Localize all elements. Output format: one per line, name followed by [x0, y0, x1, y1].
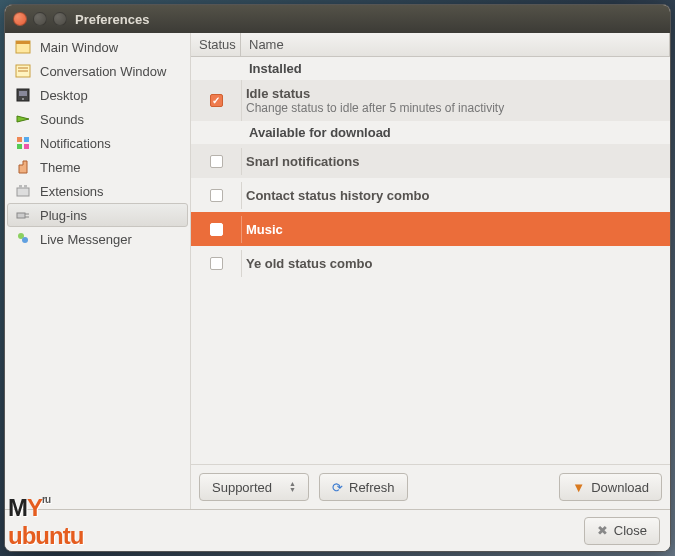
- sidebar-item-conversation[interactable]: Conversation Window: [7, 59, 188, 83]
- svg-rect-13: [17, 188, 29, 196]
- close-button[interactable]: ✖ Close: [584, 517, 660, 545]
- window-title: Preferences: [75, 12, 149, 27]
- sidebar-item-label: Theme: [40, 160, 80, 175]
- plugin-name: Ye old status combo: [246, 256, 666, 271]
- svg-rect-11: [17, 144, 22, 149]
- refresh-label: Refresh: [349, 480, 395, 495]
- plugin-row-idle-status[interactable]: Idle status Change status to idle after …: [191, 80, 670, 121]
- sidebar-item-label: Extensions: [40, 184, 104, 199]
- extensions-icon: [14, 182, 32, 200]
- svg-marker-8: [17, 116, 29, 122]
- svg-rect-15: [24, 185, 27, 189]
- svg-point-7: [22, 98, 24, 100]
- preferences-window: Preferences Main Window Conversation Win…: [4, 4, 671, 552]
- sidebar-item-label: Desktop: [40, 88, 88, 103]
- filter-value: Supported: [212, 480, 272, 495]
- table-header: Status Name: [191, 33, 670, 57]
- sidebar-item-main-window[interactable]: Main Window: [7, 35, 188, 59]
- plugin-checkbox[interactable]: [210, 94, 223, 107]
- plugin-list: Installed Idle status Change status to i…: [191, 57, 670, 464]
- titlebar[interactable]: Preferences: [5, 5, 670, 33]
- main-window-icon: [14, 38, 32, 56]
- conversation-icon: [14, 62, 32, 80]
- sidebar: Main Window Conversation Window Desktop …: [5, 33, 191, 509]
- plugin-checkbox[interactable]: [210, 155, 223, 168]
- svg-rect-9: [17, 137, 22, 142]
- theme-icon: [14, 158, 32, 176]
- svg-rect-1: [16, 41, 30, 44]
- plugin-row-snarl[interactable]: Snarl notifications: [191, 144, 670, 178]
- refresh-button[interactable]: ⟳ Refresh: [319, 473, 408, 501]
- sidebar-item-label: Main Window: [40, 40, 118, 55]
- column-header-name[interactable]: Name: [241, 33, 670, 56]
- plugin-name: Snarl notifications: [246, 154, 666, 169]
- svg-rect-10: [24, 137, 29, 142]
- sidebar-item-extensions[interactable]: Extensions: [7, 179, 188, 203]
- desktop-icon: [14, 86, 32, 104]
- sidebar-item-theme[interactable]: Theme: [7, 155, 188, 179]
- download-label: Download: [591, 480, 649, 495]
- plugin-row-ye-old[interactable]: Ye old status combo: [191, 246, 670, 280]
- plugin-toolbar: Supported ▲▼ ⟳ Refresh ▼ Download: [191, 464, 670, 509]
- sidebar-item-notifications[interactable]: Notifications: [7, 131, 188, 155]
- live-messenger-icon: [14, 230, 32, 248]
- download-button[interactable]: ▼ Download: [559, 473, 662, 501]
- window-controls: [13, 12, 67, 26]
- download-icon: ▼: [572, 480, 585, 495]
- maximize-window-icon[interactable]: [53, 12, 67, 26]
- plugin-checkbox[interactable]: [210, 189, 223, 202]
- sidebar-item-label: Live Messenger: [40, 232, 132, 247]
- sidebar-item-label: Plug-ins: [40, 208, 87, 223]
- plugin-name: Music: [246, 222, 666, 237]
- combo-arrows-icon: ▲▼: [289, 481, 296, 493]
- svg-rect-14: [19, 185, 22, 189]
- svg-rect-16: [17, 213, 25, 218]
- close-window-icon[interactable]: [13, 12, 27, 26]
- close-label: Close: [614, 523, 647, 538]
- section-available: Available for download: [191, 121, 670, 144]
- notifications-icon: [14, 134, 32, 152]
- plugin-name: Idle status: [246, 86, 666, 101]
- filter-combo[interactable]: Supported ▲▼: [199, 473, 309, 501]
- content-area: Status Name Installed Idle status Change…: [191, 33, 670, 509]
- minimize-window-icon[interactable]: [33, 12, 47, 26]
- sidebar-item-plugins[interactable]: Plug-ins: [7, 203, 188, 227]
- plugins-icon: [14, 206, 32, 224]
- plugin-row-contact-history[interactable]: Contact status history combo: [191, 178, 670, 212]
- plugin-checkbox[interactable]: [210, 223, 223, 236]
- svg-point-20: [22, 237, 28, 243]
- svg-rect-6: [19, 91, 27, 96]
- dialog-footer: ✖ Close: [5, 509, 670, 551]
- plugin-row-music[interactable]: Music: [191, 212, 670, 246]
- plugin-name: Contact status history combo: [246, 188, 666, 203]
- sidebar-item-label: Conversation Window: [40, 64, 166, 79]
- plugin-description: Change status to idle after 5 minutes of…: [246, 101, 666, 115]
- svg-rect-12: [24, 144, 29, 149]
- sidebar-item-sounds[interactable]: Sounds: [7, 107, 188, 131]
- section-installed: Installed: [191, 57, 670, 80]
- plugin-checkbox[interactable]: [210, 257, 223, 270]
- close-icon: ✖: [597, 523, 608, 538]
- window-body: Main Window Conversation Window Desktop …: [5, 33, 670, 509]
- sounds-icon: [14, 110, 32, 128]
- sidebar-item-label: Notifications: [40, 136, 111, 151]
- column-header-status[interactable]: Status: [191, 33, 241, 56]
- sidebar-item-desktop[interactable]: Desktop: [7, 83, 188, 107]
- refresh-icon: ⟳: [332, 480, 343, 495]
- sidebar-item-live-messenger[interactable]: Live Messenger: [7, 227, 188, 251]
- sidebar-item-label: Sounds: [40, 112, 84, 127]
